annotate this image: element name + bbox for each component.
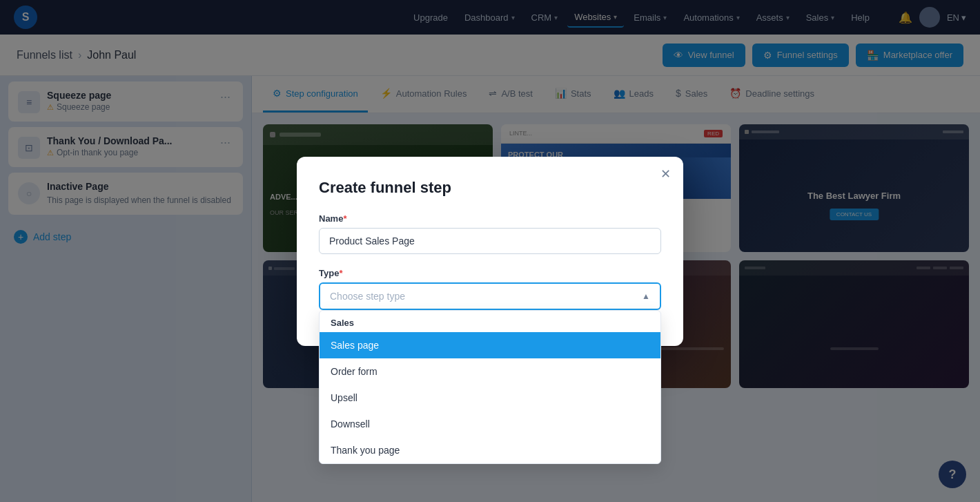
type-dropdown-container: Choose step type ▲ Sales Sales page Orde…: [319, 282, 661, 310]
dropdown-item-downsell[interactable]: Downsell: [320, 411, 660, 437]
name-input[interactable]: [319, 228, 661, 254]
dropdown-section-sales: Sales: [320, 311, 660, 332]
dropdown-item-order-form[interactable]: Order form: [320, 358, 660, 385]
dropdown-item-thank-you-page[interactable]: Thank you page: [320, 437, 660, 463]
chevron-up-icon: ▲: [642, 291, 650, 301]
modal-close-button[interactable]: ✕: [660, 168, 671, 180]
name-label: Name*: [319, 213, 661, 224]
modal-overlay[interactable]: ✕ Create funnel step Name* Type* Choose …: [0, 0, 980, 502]
name-form-group: Name*: [319, 213, 661, 254]
dropdown-item-sales-page[interactable]: Sales page: [320, 332, 660, 358]
modal-title: Create funnel step: [319, 179, 661, 197]
type-form-group: Type* Choose step type ▲ Sales Sales pag…: [319, 268, 661, 310]
type-label: Type*: [319, 268, 661, 278]
type-dropdown-menu: Sales Sales page Order form Upsell Downs…: [319, 310, 661, 464]
type-dropdown-trigger[interactable]: Choose step type ▲: [319, 282, 661, 310]
create-funnel-step-modal: ✕ Create funnel step Name* Type* Choose …: [297, 157, 683, 346]
dropdown-item-upsell[interactable]: Upsell: [320, 385, 660, 411]
